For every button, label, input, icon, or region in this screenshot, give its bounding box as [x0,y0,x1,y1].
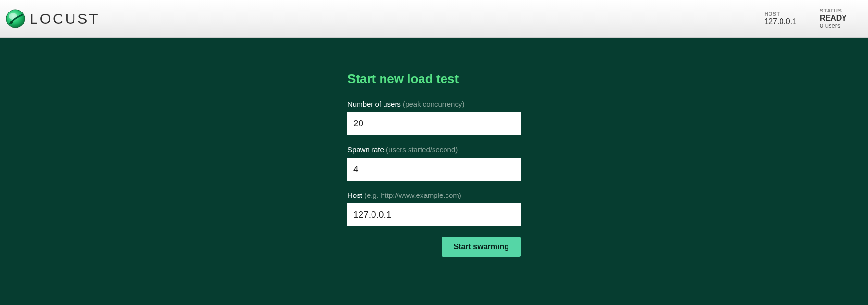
button-row: Start swarming [347,237,521,257]
host-hint: (e.g. http://www.example.com) [364,191,461,199]
users-label-text: Number of users [347,100,403,108]
host-label-text: Host [347,191,364,199]
svg-point-2 [10,21,13,24]
host-status-block: HOST 127.0.0.1 [753,11,808,26]
host-label: HOST [764,11,796,17]
spawn-label-text: Spawn rate [347,146,386,154]
status-label: STATUS [820,8,847,13]
logo-text: LOCUST [30,11,100,27]
users-input[interactable] [347,112,521,135]
locust-icon [6,9,25,28]
app-header: LOCUST HOST 127.0.0.1 STATUS READY 0 use… [0,0,868,38]
load-test-form: Start new load test Number of users (pea… [347,72,521,257]
host-label-field: Host (e.g. http://www.example.com) [347,191,521,199]
main-content: Start new load test Number of users (pea… [0,38,868,257]
spawn-rate-input[interactable] [347,158,521,181]
spawn-label: Spawn rate (users started/second) [347,146,521,154]
host-group: Host (e.g. http://www.example.com) [347,191,521,226]
logo: LOCUST [6,9,100,28]
users-group: Number of users (peak concurrency) [347,100,521,135]
users-hint: (peak concurrency) [403,100,464,108]
form-title: Start new load test [347,72,521,86]
host-input[interactable] [347,203,521,226]
status-users: 0 users [820,23,847,29]
status-status-block: STATUS READY 0 users [808,8,858,29]
spawn-hint: (users started/second) [386,146,458,154]
start-swarming-button[interactable]: Start swarming [442,237,521,257]
spawn-group: Spawn rate (users started/second) [347,146,521,181]
users-label: Number of users (peak concurrency) [347,100,521,108]
status-value: READY [820,13,847,23]
header-status-area: HOST 127.0.0.1 STATUS READY 0 users [753,8,858,29]
host-value: 127.0.0.1 [764,17,796,26]
